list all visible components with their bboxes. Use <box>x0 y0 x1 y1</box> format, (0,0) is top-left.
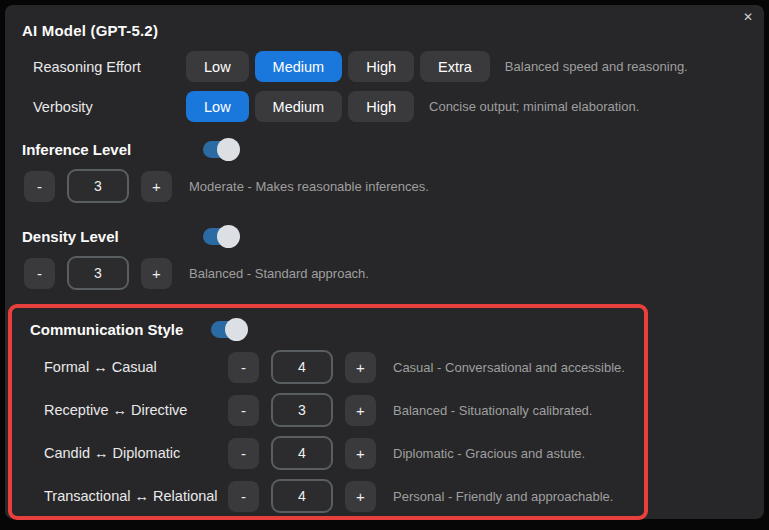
communication-style-toggle[interactable] <box>211 321 244 338</box>
toggle-knob <box>217 225 240 248</box>
reasoning-effort-options: Low Medium High Extra <box>186 51 490 82</box>
verbosity-row: Verbosity Low Medium High Concise output… <box>33 91 764 122</box>
transactional-relational-minus-button[interactable]: - <box>228 481 259 512</box>
reasoning-low-button[interactable]: Low <box>186 51 249 82</box>
reasoning-extra-button[interactable]: Extra <box>420 51 490 82</box>
reasoning-effort-row: Reasoning Effort Low Medium High Extra B… <box>33 51 764 82</box>
inference-minus-button[interactable]: - <box>24 171 55 202</box>
candid-diplomatic-minus-button[interactable]: - <box>228 438 259 469</box>
communication-style-header: Communication Style <box>30 318 644 341</box>
formal-casual-row: Formal ↔ Casual - 4 + Casual - Conversat… <box>44 350 644 384</box>
receptive-directive-plus-button[interactable]: + <box>345 395 376 426</box>
receptive-directive-label: Receptive ↔ Directive <box>44 402 228 418</box>
reasoning-effort-label: Reasoning Effort <box>33 59 186 75</box>
inference-level-header: Inference Level <box>22 138 764 161</box>
inference-plus-button[interactable]: + <box>141 171 172 202</box>
inference-description: Moderate - Makes reasonable inferences. <box>189 179 429 194</box>
transactional-relational-row: Transactional ↔ Relational - 4 + Persona… <box>44 479 644 513</box>
density-plus-button[interactable]: + <box>141 258 172 289</box>
verbosity-medium-button[interactable]: Medium <box>255 91 343 122</box>
settings-panel: ✕ AI Model (GPT-5.2) Reasoning Effort Lo… <box>5 5 764 519</box>
inference-level-label: Inference Level <box>22 141 203 158</box>
candid-diplomatic-plus-button[interactable]: + <box>345 438 376 469</box>
toggle-knob <box>225 318 248 341</box>
density-minus-button[interactable]: - <box>24 258 55 289</box>
receptive-directive-description: Balanced - Situationally calibrated. <box>393 403 592 418</box>
density-level-header: Density Level <box>22 225 764 248</box>
reasoning-high-button[interactable]: High <box>348 51 414 82</box>
formal-casual-value-field[interactable]: 4 <box>271 350 333 384</box>
formal-casual-minus-button[interactable]: - <box>228 352 259 383</box>
candid-diplomatic-value-field[interactable]: 4 <box>271 436 333 470</box>
toggle-knob <box>217 138 240 161</box>
density-description: Balanced - Standard approach. <box>189 266 369 281</box>
candid-diplomatic-description: Diplomatic - Gracious and astute. <box>393 446 585 461</box>
inference-level-toggle[interactable] <box>203 141 236 158</box>
highlight-box: Communication Style Formal ↔ Casual - 4 … <box>8 304 648 520</box>
transactional-relational-description: Personal - Friendly and approachable. <box>393 489 613 504</box>
density-level-stepper: - 3 + Balanced - Standard approach. <box>24 256 764 290</box>
communication-style-label: Communication Style <box>30 321 211 338</box>
verbosity-high-button[interactable]: High <box>348 91 414 122</box>
verbosity-description: Concise output; minimal elaboration. <box>429 99 639 114</box>
transactional-relational-value-field[interactable]: 4 <box>271 479 333 513</box>
density-value-field[interactable]: 3 <box>67 256 129 290</box>
formal-casual-label: Formal ↔ Casual <box>44 359 228 375</box>
reasoning-medium-button[interactable]: Medium <box>255 51 343 82</box>
formal-casual-description: Casual - Conversational and accessible. <box>393 360 625 375</box>
candid-diplomatic-label: Candid ↔ Diplomatic <box>44 445 228 461</box>
reasoning-effort-description: Balanced speed and reasoning. <box>505 59 688 74</box>
inference-value-field[interactable]: 3 <box>67 169 129 203</box>
transactional-relational-label: Transactional ↔ Relational <box>44 488 228 504</box>
receptive-directive-row: Receptive ↔ Directive - 3 + Balanced - S… <box>44 393 644 427</box>
candid-diplomatic-row: Candid ↔ Diplomatic - 4 + Diplomatic - G… <box>44 436 644 470</box>
verbosity-low-button[interactable]: Low <box>186 91 249 122</box>
verbosity-label: Verbosity <box>33 99 186 115</box>
transactional-relational-plus-button[interactable]: + <box>345 481 376 512</box>
close-icon[interactable]: ✕ <box>743 10 753 24</box>
density-level-label: Density Level <box>22 228 203 245</box>
receptive-directive-minus-button[interactable]: - <box>228 395 259 426</box>
density-level-toggle[interactable] <box>203 228 236 245</box>
verbosity-options: Low Medium High <box>186 91 414 122</box>
panel-title: AI Model (GPT-5.2) <box>22 22 764 39</box>
receptive-directive-value-field[interactable]: 3 <box>271 393 333 427</box>
formal-casual-plus-button[interactable]: + <box>345 352 376 383</box>
inference-level-stepper: - 3 + Moderate - Makes reasonable infere… <box>24 169 764 203</box>
